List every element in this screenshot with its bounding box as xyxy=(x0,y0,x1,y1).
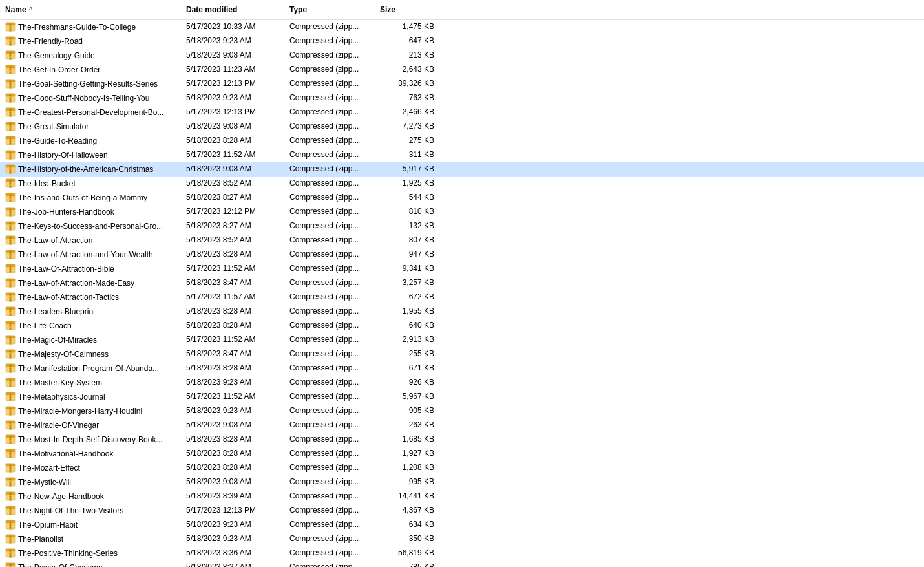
table-row[interactable]: The-Keys-to-Success-and-Personal-Gro... … xyxy=(0,219,924,233)
table-row[interactable]: The-Night-Of-The-Two-Visitors 5/17/2023 … xyxy=(0,504,924,518)
file-size: 56,819 KB xyxy=(375,547,439,560)
svg-rect-112 xyxy=(10,283,11,284)
file-name: The-New-Age-Handbook xyxy=(18,492,104,501)
table-row[interactable]: The-Get-In-Order-Order 5/17/2023 11:23 A… xyxy=(0,63,924,77)
file-name: The-Pianolist xyxy=(18,535,63,544)
zip-icon xyxy=(5,349,16,359)
file-size: 132 KB xyxy=(375,220,439,233)
svg-rect-52 xyxy=(10,140,11,142)
table-row[interactable]: The-Greatest-Personal-Development-Bo... … xyxy=(0,105,924,120)
table-row[interactable]: The-Motivational-Handbook 5/18/2023 8:28… xyxy=(0,447,924,461)
table-row[interactable]: The-New-Age-Handbook 5/18/2023 8:39 AM C… xyxy=(0,489,924,504)
file-name-cell: The-Master-Key-System xyxy=(0,376,181,389)
svg-rect-159 xyxy=(10,394,11,395)
file-name-cell: The-Law-of-Attraction-Tactics xyxy=(0,291,181,304)
table-row[interactable]: The-Positive-Thinking-Series 5/18/2023 8… xyxy=(0,546,924,561)
table-row[interactable]: The-Goal-Setting-Getting-Results-Series … xyxy=(0,77,924,91)
table-row[interactable]: The-Master-Key-System 5/18/2023 9:23 AM … xyxy=(0,376,924,390)
table-row[interactable]: The-Pianolist 5/18/2023 9:23 AM Compress… xyxy=(0,532,924,546)
table-row[interactable]: The-Mozart-Effect 5/18/2023 8:28 AM Comp… xyxy=(0,461,924,475)
file-size: 1,685 KB xyxy=(375,433,439,446)
file-name-cell: The-Great-Simulator xyxy=(0,120,181,133)
table-row[interactable]: The-Guide-To-Reading 5/18/2023 8:28 AM C… xyxy=(0,134,924,148)
svg-rect-10 xyxy=(10,41,11,42)
file-size: 1,955 KB xyxy=(375,305,439,318)
file-name: The-Leaders-Blueprint xyxy=(18,307,95,316)
file-name-cell: The-Miracle-Of-Vinegar xyxy=(0,419,181,432)
table-row[interactable]: The-Good-Stuff-Nobody-Is-Telling-You 5/1… xyxy=(0,91,924,105)
svg-rect-207 xyxy=(10,508,11,509)
svg-rect-147 xyxy=(10,365,11,367)
table-row[interactable]: The-Law-of-Attraction-and-Your-Wealth 5/… xyxy=(0,248,924,262)
col-size-label: Size xyxy=(380,5,395,14)
svg-rect-39 xyxy=(10,109,11,111)
table-row[interactable]: The-Manifestation-Program-Of-Abunda... 5… xyxy=(0,361,924,376)
table-row[interactable]: The-Idea-Bucket 5/18/2023 8:52 AM Compre… xyxy=(0,177,924,191)
file-date: 5/18/2023 8:28 AM xyxy=(181,134,284,147)
file-list[interactable]: The-Freshmans-Guide-To-College 5/17/2023… xyxy=(0,20,924,567)
file-date: 5/18/2023 8:52 AM xyxy=(181,234,284,247)
table-row[interactable]: The-Friendly-Road 5/18/2023 9:23 AM Comp… xyxy=(0,34,924,48)
table-row[interactable]: The-Leaders-Blueprint 5/18/2023 8:28 AM … xyxy=(0,305,924,319)
zip-icon xyxy=(5,50,16,61)
file-size: 1,925 KB xyxy=(375,177,439,190)
file-type: Compressed (zipp... xyxy=(284,78,375,91)
table-row[interactable]: The-Power-Of-Charisma 5/18/2023 8:27 AM … xyxy=(0,561,924,567)
file-name: The-Law-of-Attraction-Made-Easy xyxy=(18,279,134,288)
table-row[interactable]: The-Majesty-Of-Calmness 5/18/2023 8:47 A… xyxy=(0,347,924,361)
table-row[interactable]: The-Metaphysics-Journal 5/17/2023 11:52 … xyxy=(0,390,924,404)
file-name: The-Mozart-Effect xyxy=(18,464,80,473)
col-header-size[interactable]: Size xyxy=(375,3,439,17)
table-row[interactable]: The-Freshmans-Guide-To-College 5/17/2023… xyxy=(0,20,924,34)
svg-rect-208 xyxy=(10,510,11,511)
table-row[interactable]: The-Miracle-Mongers-Harry-Houdini 5/18/2… xyxy=(0,404,924,418)
col-header-type[interactable]: Type xyxy=(284,3,375,17)
svg-rect-185 xyxy=(10,456,11,457)
svg-rect-191 xyxy=(10,470,11,471)
table-row[interactable]: The-Genealogy-Guide 5/18/2023 9:08 AM Co… xyxy=(0,48,924,63)
table-row[interactable]: The-Life-Coach 5/18/2023 8:28 AM Compres… xyxy=(0,319,924,333)
file-name-cell: The-New-Age-Handbook xyxy=(0,490,181,503)
svg-rect-107 xyxy=(10,271,11,272)
file-name: The-Great-Simulator xyxy=(18,122,89,131)
table-row[interactable]: The-Law-of-Attraction 5/18/2023 8:52 AM … xyxy=(0,233,924,248)
file-type: Compressed (zipp... xyxy=(284,220,375,233)
svg-rect-149 xyxy=(10,370,11,372)
file-date: 5/18/2023 9:23 AM xyxy=(181,405,284,418)
table-row[interactable]: The-History-of-the-American-Christmas 5/… xyxy=(0,162,924,177)
svg-rect-117 xyxy=(10,294,11,295)
table-row[interactable]: The-Job-Hunters-Handbook 5/17/2023 12:12… xyxy=(0,205,924,219)
file-name-cell: The-Leaders-Blueprint xyxy=(0,305,181,318)
file-type: Compressed (zipp... xyxy=(284,561,375,567)
table-row[interactable]: The-Great-Simulator 5/18/2023 9:08 AM Co… xyxy=(0,120,924,134)
file-name-cell: The-Greatest-Personal-Development-Bo... xyxy=(0,106,181,119)
col-header-date[interactable]: Date modified xyxy=(181,3,284,17)
col-name-label: Name xyxy=(5,5,26,14)
file-date: 5/18/2023 8:39 AM xyxy=(181,490,284,503)
table-row[interactable]: The-Miracle-Of-Vinegar 5/18/2023 9:08 AM… xyxy=(0,418,924,433)
svg-rect-94 xyxy=(10,240,11,241)
table-row[interactable]: The-Law-of-Attraction-Tactics 5/17/2023 … xyxy=(0,290,924,305)
table-row[interactable]: The-Law-of-Attraction-Made-Easy 5/18/202… xyxy=(0,276,924,290)
file-name: The-Metaphysics-Journal xyxy=(18,392,105,401)
file-size: 350 KB xyxy=(375,533,439,546)
zip-icon xyxy=(5,264,16,274)
svg-rect-57 xyxy=(10,152,11,153)
file-type: Compressed (zipp... xyxy=(284,533,375,546)
table-row[interactable]: The-Most-In-Depth-Self-Discovery-Book...… xyxy=(0,433,924,447)
zip-icon xyxy=(5,534,16,544)
table-row[interactable]: The-Mystic-Will 5/18/2023 9:08 AM Compre… xyxy=(0,475,924,489)
file-type: Compressed (zipp... xyxy=(284,134,375,147)
file-name-cell: The-Guide-To-Reading xyxy=(0,134,181,147)
svg-rect-202 xyxy=(10,496,11,497)
table-row[interactable]: The-Law-Of-Attraction-Bible 5/17/2023 11… xyxy=(0,262,924,276)
file-name: The-Greatest-Personal-Development-Bo... xyxy=(18,108,163,117)
file-name: The-Friendly-Road xyxy=(18,37,83,46)
table-row[interactable]: The-Ins-and-Outs-of-Being-a-Mommy 5/18/2… xyxy=(0,191,924,205)
table-row[interactable]: The-Magic-Of-Miracles 5/17/2023 11:52 AM… xyxy=(0,333,924,347)
table-row[interactable]: The-Opium-Habit 5/18/2023 9:23 AM Compre… xyxy=(0,518,924,532)
col-header-name[interactable]: Name ^ xyxy=(0,3,181,17)
table-row[interactable]: The-History-Of-Halloween 5/17/2023 11:52… xyxy=(0,148,924,162)
file-size: 672 KB xyxy=(375,291,439,304)
file-type: Compressed (zipp... xyxy=(284,447,375,460)
